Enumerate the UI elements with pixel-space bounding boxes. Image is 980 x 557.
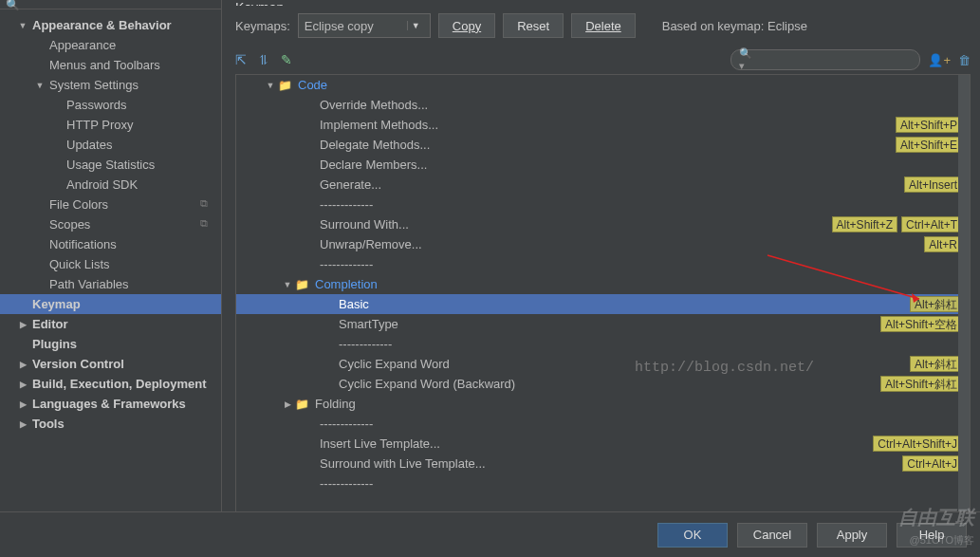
- sidebar-item-tools[interactable]: ▶Tools: [0, 414, 221, 434]
- search-icon: 🔍: [6, 0, 20, 11]
- action-label: Declare Members...: [320, 158, 427, 172]
- sidebar-item-appearance-behavior[interactable]: ▼Appearance & Behavior: [0, 15, 221, 35]
- sidebar-item-label: Languages & Frameworks: [32, 397, 186, 411]
- sidebar-item-build-execution-deployment[interactable]: ▶Build, Execution, Deployment: [0, 374, 221, 394]
- tree-arrow-icon: ▶: [17, 419, 28, 429]
- sidebar-item-label: Version Control: [32, 357, 124, 371]
- sidebar-item-label: Updates: [66, 138, 112, 152]
- action-item[interactable]: -------------: [236, 473, 970, 493]
- sidebar-item-notifications[interactable]: Notifications: [0, 234, 221, 254]
- action-label: -------------: [320, 417, 373, 431]
- action-item[interactable]: Unwrap/Remove...Alt+R: [236, 234, 970, 254]
- action-tree[interactable]: ▼📁CodeOverride Methods...Implement Metho…: [235, 74, 971, 512]
- apply-button[interactable]: Apply: [817, 523, 887, 548]
- delete-button[interactable]: Delete: [571, 13, 636, 38]
- cancel-button[interactable]: Cancel: [737, 523, 807, 548]
- sidebar-item-label: Appearance & Behavior: [32, 18, 172, 32]
- sidebar-item-label: Path Variables: [49, 277, 129, 291]
- find-action-by-shortcut-icon[interactable]: 👤+: [928, 53, 951, 67]
- action-item[interactable]: -------------: [236, 414, 970, 434]
- sidebar-search-input[interactable]: [24, 0, 215, 11]
- action-item[interactable]: Generate...Alt+Insert: [236, 175, 970, 195]
- action-item[interactable]: -------------: [236, 334, 970, 354]
- sidebar-item-label: Editor: [32, 317, 68, 331]
- sidebar-item-version-control[interactable]: ▶Version Control: [0, 354, 221, 374]
- trash-icon[interactable]: 🗑: [958, 53, 971, 67]
- shortcut-badge: Ctrl+Alt+T: [901, 216, 962, 232]
- sidebar-item-path-variables[interactable]: Path Variables: [0, 274, 221, 294]
- action-item[interactable]: Override Methods...: [236, 95, 970, 115]
- help-button[interactable]: Help: [897, 523, 967, 548]
- sidebar-item-quick-lists[interactable]: Quick Lists: [0, 254, 221, 274]
- expand-all-icon[interactable]: ⇱: [235, 52, 247, 67]
- sidebar-item-scopes[interactable]: Scopes⧉: [0, 214, 221, 234]
- action-filter[interactable]: 🔍▾: [730, 49, 920, 70]
- sidebar-item-plugins[interactable]: Plugins: [0, 334, 221, 354]
- sidebar-item-label: Keymap: [32, 297, 81, 311]
- action-item[interactable]: Surround With...Alt+Shift+ZCtrl+Alt+T: [236, 214, 970, 234]
- sidebar-item-label: System Settings: [49, 78, 139, 92]
- action-item[interactable]: BasicAlt+斜杠: [236, 294, 970, 314]
- keymap-dropdown[interactable]: Eclipse copy ▼: [298, 13, 431, 38]
- action-group[interactable]: ▼📁Code: [236, 75, 970, 95]
- action-item[interactable]: -------------: [236, 195, 970, 214]
- ok-button[interactable]: OK: [657, 523, 728, 548]
- action-label: Implement Methods...: [320, 118, 438, 132]
- shortcut-group: Ctrl+Alt+J: [902, 455, 962, 472]
- collapse-all-icon[interactable]: ⥮: [258, 52, 269, 67]
- action-item[interactable]: Surround with Live Template...Ctrl+Alt+J: [236, 454, 970, 473]
- action-item[interactable]: Insert Live Template...Ctrl+Alt+Shift+J: [236, 434, 970, 454]
- sidebar-item-updates[interactable]: Updates: [0, 135, 221, 155]
- action-toolbar: ⇱ ⥮ ✎ 🔍▾ 👤+ 🗑: [235, 49, 971, 70]
- reset-button[interactable]: Reset: [503, 13, 564, 38]
- sidebar-item-system-settings[interactable]: ▼System Settings: [0, 75, 221, 95]
- shortcut-badge: Alt+R: [924, 236, 962, 252]
- action-filter-input[interactable]: [756, 53, 916, 67]
- tree-arrow-icon: ▶: [17, 380, 28, 389]
- sidebar-item-editor[interactable]: ▶Editor: [0, 314, 221, 334]
- action-label: Cyclic Expand Word: [339, 357, 450, 371]
- sidebar-item-label: HTTP Proxy: [66, 118, 134, 132]
- sidebar-item-label: Menus and Toolbars: [49, 58, 160, 72]
- filter-search-icon: 🔍▾: [739, 47, 752, 72]
- sidebar-item-label: File Colors: [49, 197, 108, 212]
- scrollbar[interactable]: [958, 75, 970, 511]
- shortcut-group: Alt+R: [924, 236, 962, 252]
- action-label: -------------: [320, 476, 373, 491]
- keymaps-label: Keymaps:: [235, 19, 290, 33]
- sidebar-item-label: Appearance: [49, 38, 116, 52]
- sidebar-item-passwords[interactable]: Passwords: [0, 95, 221, 115]
- action-label: Delegate Methods...: [320, 138, 430, 152]
- shortcut-badge: Alt+Shift+空格: [880, 316, 962, 332]
- action-item[interactable]: Delegate Methods...Alt+Shift+E: [236, 135, 970, 155]
- sidebar-item-keymap[interactable]: Keymap: [0, 294, 221, 314]
- sidebar-item-label: Scopes: [49, 217, 90, 232]
- tree-arrow-icon: ▶: [17, 399, 28, 409]
- sidebar-search[interactable]: 🔍: [0, 0, 221, 9]
- sidebar-item-languages-frameworks[interactable]: ▶Languages & Frameworks: [0, 394, 221, 414]
- sidebar-item-http-proxy[interactable]: HTTP Proxy: [0, 115, 221, 135]
- sidebar-item-usage-statistics[interactable]: Usage Statistics: [0, 155, 221, 175]
- tree-arrow-icon: ▼: [17, 21, 28, 30]
- action-item[interactable]: Cyclic Expand Word (Backward)Alt+Shift+斜…: [236, 374, 970, 394]
- scope-icon: ⧉: [200, 217, 208, 230]
- sidebar-item-menus-and-toolbars[interactable]: Menus and Toolbars: [0, 55, 221, 75]
- shortcut-group: Alt+Shift+ZCtrl+Alt+T: [832, 216, 962, 232]
- action-item[interactable]: -------------: [236, 254, 970, 274]
- action-label: Insert Live Template...: [320, 436, 440, 451]
- action-group[interactable]: ▶📁Folding: [236, 394, 970, 414]
- action-item[interactable]: SmartTypeAlt+Shift+空格: [236, 314, 970, 334]
- copy-button[interactable]: Copy: [438, 13, 495, 38]
- sidebar-item-file-colors[interactable]: File Colors⧉: [0, 195, 221, 214]
- edit-icon[interactable]: ✎: [281, 52, 292, 67]
- action-item[interactable]: Declare Members...: [236, 155, 970, 175]
- sidebar-item-appearance[interactable]: Appearance: [0, 35, 221, 55]
- action-item[interactable]: Implement Methods...Alt+Shift+P: [236, 115, 970, 135]
- sidebar-item-label: Plugins: [32, 337, 77, 351]
- action-item[interactable]: Cyclic Expand WordAlt+斜杠: [236, 354, 970, 374]
- shortcut-group: Alt+Shift+P: [896, 117, 962, 133]
- sidebar-item-android-sdk[interactable]: Android SDK: [0, 175, 221, 195]
- shortcut-badge: Alt+Insert: [904, 176, 962, 193]
- action-group[interactable]: ▼📁Completion: [236, 274, 970, 294]
- action-label: Folding: [315, 397, 356, 411]
